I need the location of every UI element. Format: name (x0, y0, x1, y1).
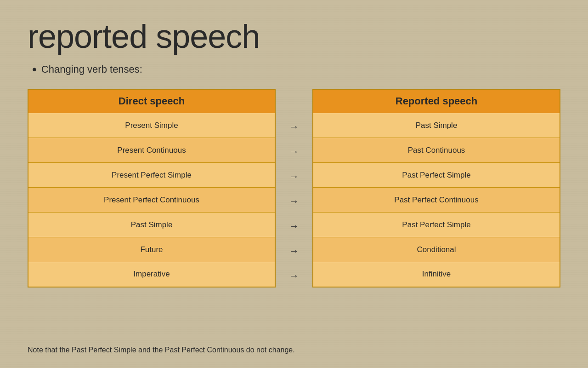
direct-speech-table: Direct speech Present SimplePresent Cont… (28, 89, 276, 288)
direct-speech-table-wrapper: Direct speech Present SimplePresent Cont… (28, 89, 276, 288)
direct-speech-row: Future (28, 237, 275, 262)
arrow-icon: → (289, 115, 299, 139)
direct-speech-row: Present Perfect Simple (28, 163, 275, 188)
page-container: reported speech • Changing verb tenses: … (0, 0, 588, 368)
reported-speech-row: Infinitive (313, 262, 560, 287)
arrow-icon: → (289, 164, 299, 189)
reported-speech-row: Past Perfect Simple (313, 213, 560, 237)
page-title: reported speech (28, 18, 560, 55)
reported-speech-row: Past Perfect Simple (313, 163, 560, 188)
direct-speech-row: Past Simple (28, 213, 275, 237)
direct-speech-row: Present Perfect Continuous (28, 188, 275, 213)
reported-speech-header: Reported speech (313, 89, 560, 113)
arrow-icon: → (289, 139, 299, 164)
reported-speech-row: Conditional (313, 237, 560, 262)
arrow-icon: → (289, 189, 299, 214)
note-text: Note that the Past Perfect Simple and th… (28, 346, 560, 354)
reported-speech-row: Past Simple (313, 113, 560, 138)
reported-speech-table: Reported speech Past SimplePast Continuo… (312, 89, 560, 288)
direct-speech-header: Direct speech (28, 89, 275, 113)
arrow-icon: → (289, 264, 299, 288)
direct-speech-row: Present Continuous (28, 138, 275, 163)
reported-speech-row: Past Perfect Continuous (313, 188, 560, 213)
tables-container: Direct speech Present SimplePresent Cont… (28, 89, 560, 339)
direct-speech-row: Imperative (28, 262, 275, 287)
subtitle-text: Changing verb tenses: (41, 63, 142, 75)
subtitle-bullet: • Changing verb tenses: (32, 63, 560, 76)
arrow-column: →→→→→→→ (276, 89, 312, 288)
reported-speech-row: Past Continuous (313, 138, 560, 163)
bullet-icon: • (32, 63, 37, 76)
reported-speech-table-wrapper: Reported speech Past SimplePast Continuo… (312, 89, 560, 288)
direct-speech-row: Present Simple (28, 113, 275, 138)
arrow-icon: → (289, 214, 299, 239)
arrow-icon: → (289, 239, 299, 264)
